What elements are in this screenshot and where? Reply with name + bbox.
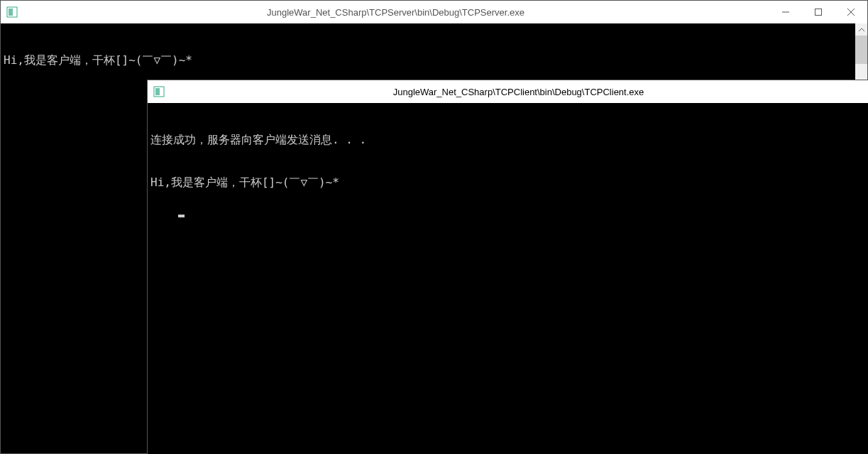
minimize-button[interactable] xyxy=(769,1,802,23)
tcpserver-titlebar[interactable]: JungleWar_Net_CSharp\TCPServer\bin\Debug… xyxy=(1,1,867,23)
console-line: Hi,我是客户端，干杯[]~(￣▽￣)~* xyxy=(150,175,865,190)
svg-rect-3 xyxy=(815,9,822,16)
svg-rect-7 xyxy=(155,88,160,95)
maximize-button[interactable] xyxy=(802,1,835,23)
window-controls xyxy=(769,1,867,23)
tcpclient-title: JungleWar_Net_CSharp\TCPClient\bin\Debug… xyxy=(169,87,868,97)
tcpclient-titlebar[interactable]: JungleWar_Net_CSharp\TCPClient\bin\Debug… xyxy=(148,80,868,103)
scroll-thumb[interactable] xyxy=(855,36,867,64)
cursor xyxy=(178,215,185,217)
tcpclient-console[interactable]: 连接成功，服务器向客户端发送消息. . . Hi,我是客户端，干杯[]~(￣▽￣… xyxy=(148,103,868,234)
app-icon xyxy=(6,6,18,18)
svg-rect-1 xyxy=(9,9,13,16)
app-icon xyxy=(153,86,165,97)
console-line: 连接成功，服务器向客户端发送消息. . . xyxy=(150,133,865,147)
tcpserver-title: JungleWar_Net_CSharp\TCPServer\bin\Debug… xyxy=(22,7,769,18)
scroll-up-icon[interactable] xyxy=(855,23,867,36)
console-line: Hi,我是客户端，干杯[]~(￣▽￣)~* xyxy=(4,53,852,67)
close-button[interactable] xyxy=(835,1,867,23)
tcpclient-window: JungleWar_Net_CSharp\TCPClient\bin\Debug… xyxy=(147,80,868,454)
